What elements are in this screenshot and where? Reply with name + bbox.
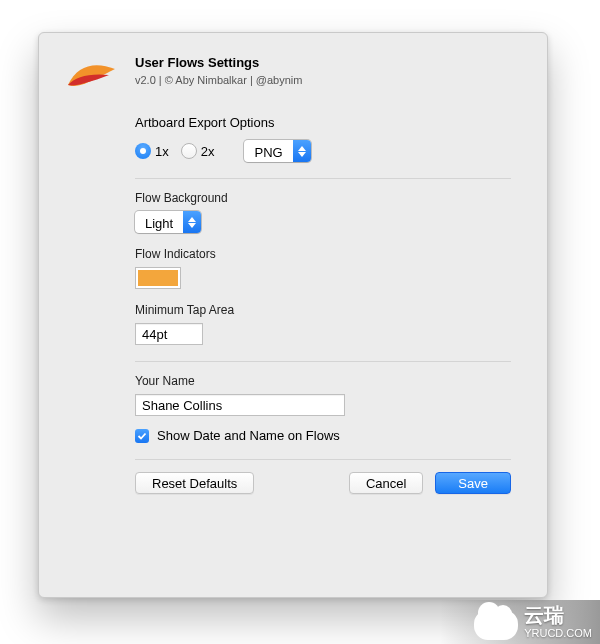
app-logo-icon [65,55,119,95]
watermark: 云瑞 YRUCD.COM [474,605,592,640]
your-name-label: Your Name [135,374,511,388]
dialog-footer: Reset Defaults Cancel Save [135,472,511,494]
flow-background-select[interactable]: Light [135,211,201,233]
show-date-label: Show Date and Name on Flows [157,428,340,443]
select-stepper-icon [183,211,201,233]
radio-label: 1x [155,144,169,159]
divider [135,459,511,460]
flow-indicators-label: Flow Indicators [135,247,511,261]
radio-label: 2x [201,144,215,159]
watermark-text-cn: 云瑞 [524,605,564,625]
min-tap-area-label: Minimum Tap Area [135,303,511,317]
show-date-checkbox[interactable] [135,429,149,443]
indicator-color-swatch[interactable] [135,267,181,289]
dialog-title: User Flows Settings [135,55,521,70]
scale-2x-radio[interactable]: 2x [181,143,215,159]
save-button[interactable]: Save [435,472,511,494]
cancel-button[interactable]: Cancel [349,472,423,494]
svg-marker-3 [188,223,196,228]
export-scale-row: 1x 2x PNG [135,140,511,162]
svg-marker-0 [298,146,306,151]
dialog-subtitle: v2.0 | © Aby Nimbalkar | @abynim [135,74,521,86]
scale-1x-radio[interactable]: 1x [135,143,169,159]
flow-background-label: Flow Background [135,191,511,205]
select-value: Light [135,211,183,233]
your-name-input[interactable] [135,394,345,416]
cloud-icon [474,610,518,640]
min-tap-area-input[interactable] [135,323,203,345]
divider [135,361,511,362]
select-value: PNG [244,140,292,162]
format-select[interactable]: PNG [244,140,310,162]
svg-marker-1 [298,152,306,157]
settings-dialog: User Flows Settings v2.0 | © Aby Nimbalk… [38,32,548,598]
radio-icon [181,143,197,159]
radio-icon [135,143,151,159]
export-options-label: Artboard Export Options [135,115,511,130]
select-stepper-icon [293,140,311,162]
svg-marker-2 [188,217,196,222]
reset-defaults-button[interactable]: Reset Defaults [135,472,254,494]
dialog-header: User Flows Settings v2.0 | © Aby Nimbalk… [65,55,521,95]
watermark-domain: YRUCD.COM [524,627,592,640]
divider [135,178,511,179]
